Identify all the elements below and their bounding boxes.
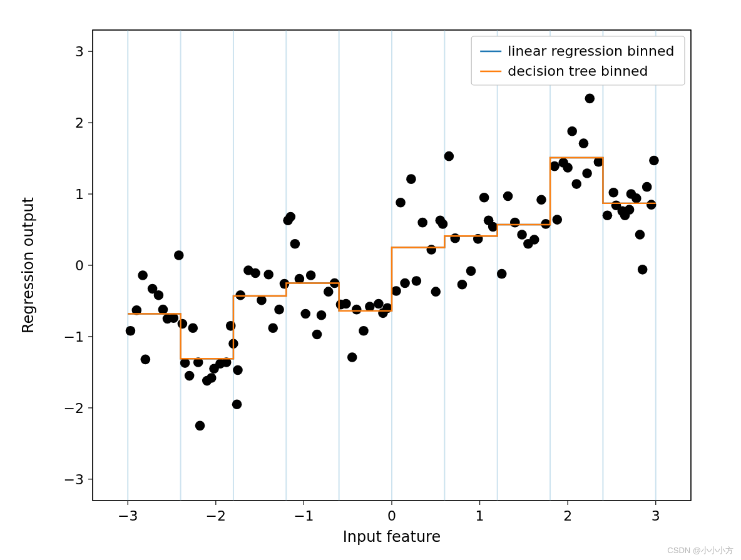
legend-entry-label: decision tree binned bbox=[508, 63, 648, 79]
data-point bbox=[642, 182, 652, 192]
data-point bbox=[503, 191, 513, 201]
x-tick-label: −3 bbox=[118, 508, 138, 524]
data-point bbox=[549, 161, 560, 171]
data-point bbox=[312, 330, 322, 340]
data-point bbox=[180, 358, 190, 368]
data-point bbox=[232, 399, 242, 409]
legend-entry-label: linear regression binned bbox=[508, 43, 674, 59]
data-point bbox=[374, 299, 384, 309]
data-point bbox=[324, 287, 334, 297]
data-point bbox=[563, 163, 573, 173]
data-point bbox=[638, 265, 648, 275]
data-point bbox=[300, 309, 310, 319]
y-tick-label: 3 bbox=[75, 44, 84, 59]
data-point bbox=[567, 126, 577, 136]
data-point bbox=[457, 280, 468, 290]
data-point bbox=[649, 156, 659, 166]
y-tick-label: −2 bbox=[64, 400, 84, 416]
data-point bbox=[141, 355, 151, 365]
data-point bbox=[257, 295, 267, 305]
data-point bbox=[635, 230, 645, 240]
data-point bbox=[154, 290, 164, 300]
data-point bbox=[571, 179, 581, 189]
data-point bbox=[585, 94, 595, 104]
data-point bbox=[185, 371, 195, 381]
x-tick-label: −2 bbox=[206, 508, 226, 524]
data-point bbox=[517, 230, 527, 240]
data-point bbox=[347, 352, 357, 362]
data-point bbox=[126, 326, 136, 336]
data-point bbox=[317, 310, 327, 320]
data-point bbox=[582, 168, 592, 178]
data-point bbox=[646, 200, 657, 210]
data-point bbox=[207, 373, 217, 383]
data-point bbox=[359, 326, 369, 336]
data-point bbox=[444, 151, 454, 161]
data-point bbox=[290, 239, 300, 249]
data-point bbox=[400, 278, 410, 288]
data-point bbox=[631, 193, 641, 203]
data-point bbox=[138, 270, 148, 280]
data-point bbox=[497, 269, 507, 279]
data-point bbox=[529, 235, 539, 245]
x-tick-label: 1 bbox=[476, 508, 484, 524]
data-point bbox=[250, 268, 260, 278]
data-point bbox=[188, 323, 198, 333]
data-point bbox=[352, 305, 362, 315]
data-point bbox=[295, 274, 305, 284]
x-tick-label: 0 bbox=[387, 508, 396, 524]
data-point bbox=[608, 188, 618, 198]
data-point bbox=[438, 219, 448, 229]
data-point bbox=[479, 193, 489, 203]
data-point bbox=[233, 365, 243, 375]
data-point bbox=[406, 174, 416, 184]
x-tick-label: −1 bbox=[294, 508, 314, 524]
data-point bbox=[417, 218, 427, 228]
data-point bbox=[625, 205, 635, 215]
x-tick-label: 2 bbox=[563, 508, 572, 524]
data-point bbox=[169, 313, 179, 323]
data-point bbox=[426, 245, 436, 255]
data-point bbox=[226, 321, 236, 331]
data-point bbox=[579, 138, 589, 148]
data-point bbox=[466, 266, 476, 276]
data-point bbox=[341, 299, 351, 309]
chart-svg: −3−2−10123−3−2−10123Input featureRegress… bbox=[0, 0, 741, 560]
data-point bbox=[174, 250, 184, 260]
data-point bbox=[263, 270, 273, 280]
data-point bbox=[603, 210, 613, 220]
chart-container: −3−2−10123−3−2−10123Input featureRegress… bbox=[0, 0, 741, 560]
y-tick-label: 2 bbox=[75, 115, 84, 131]
data-point bbox=[286, 212, 296, 222]
data-point bbox=[510, 218, 520, 228]
x-tick-label: 3 bbox=[652, 508, 660, 524]
y-tick-label: −3 bbox=[64, 472, 84, 487]
data-point bbox=[391, 286, 401, 296]
data-point bbox=[536, 195, 546, 205]
y-tick-label: 1 bbox=[75, 186, 84, 202]
data-point bbox=[178, 319, 188, 329]
x-axis-label: Input feature bbox=[343, 528, 441, 546]
data-point bbox=[158, 305, 168, 315]
data-point bbox=[195, 421, 205, 431]
data-point bbox=[268, 323, 278, 333]
data-point bbox=[306, 270, 316, 280]
y-axis-label: Regression output bbox=[19, 197, 37, 333]
data-point bbox=[396, 198, 406, 208]
data-point bbox=[594, 157, 604, 167]
data-point bbox=[412, 276, 422, 286]
data-point bbox=[274, 305, 284, 315]
y-tick-label: 0 bbox=[75, 258, 84, 273]
y-tick-label: −1 bbox=[64, 329, 84, 345]
data-point bbox=[365, 302, 375, 312]
data-point bbox=[488, 222, 498, 232]
data-point bbox=[431, 287, 441, 297]
data-point bbox=[553, 215, 563, 225]
data-point bbox=[450, 233, 460, 243]
